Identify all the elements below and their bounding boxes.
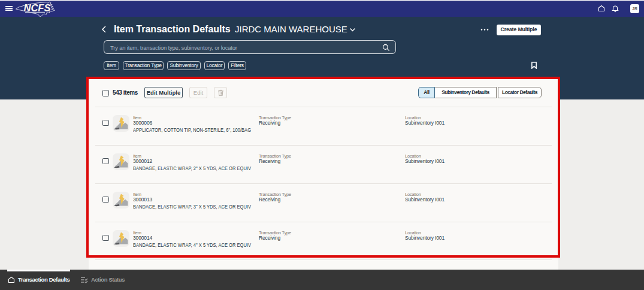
svg-text:NCFS: NCFS: [24, 2, 51, 13]
